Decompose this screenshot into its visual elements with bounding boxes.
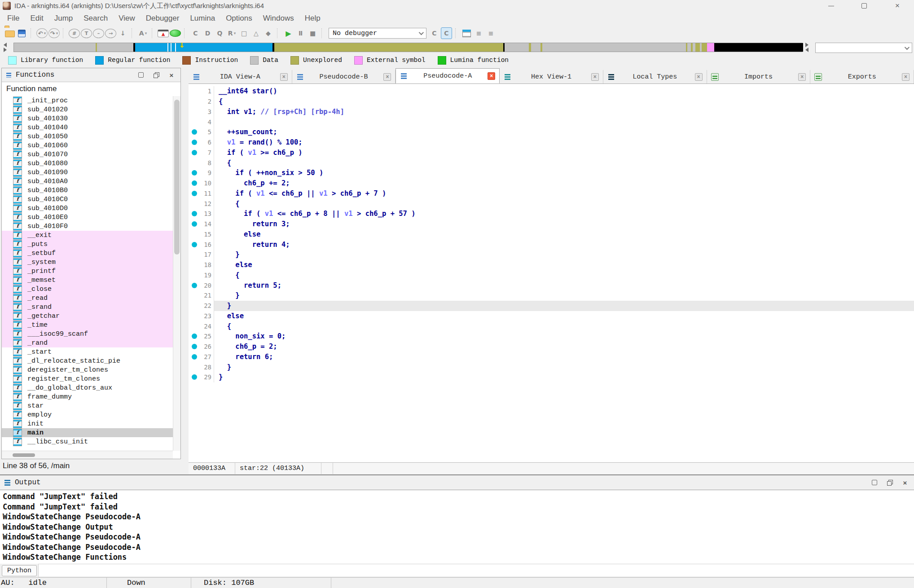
function-row[interactable]: fsub_4010D0 — [2, 204, 173, 213]
breakpoint-icon[interactable] — [192, 333, 197, 339]
code-line[interactable]: 8 { — [189, 158, 914, 168]
code-line[interactable]: 18 else — [189, 260, 914, 270]
menu-options[interactable]: Options — [220, 14, 258, 23]
compile-q-icon[interactable]: Q — [214, 27, 225, 39]
close-panel-button[interactable]: × — [901, 479, 909, 486]
functions-vertical-scrollbar[interactable] — [173, 96, 180, 451]
jump-down-icon[interactable]: ↓ — [117, 27, 128, 39]
tab-ida-view-a[interactable]: IDA View-A× — [189, 70, 292, 83]
function-row[interactable]: f_getchar — [2, 312, 173, 320]
panel-menu-icon[interactable] — [461, 27, 472, 39]
breakpoint-icon[interactable] — [192, 191, 197, 196]
code-line[interactable]: 10 ch6_p += 2; — [189, 178, 914, 189]
code-line[interactable]: 22 } — [189, 301, 914, 311]
menu-help[interactable]: Help — [299, 14, 326, 23]
function-row[interactable]: fsub_401080 — [2, 159, 173, 168]
code-line[interactable]: 13 if ( v1 <= ch6_p + 8 || v1 > ch6_p + … — [189, 209, 914, 219]
function-row[interactable]: f_start — [2, 347, 173, 356]
function-row[interactable]: fsub_401020 — [2, 105, 173, 114]
scrollbar-thumb[interactable] — [174, 100, 180, 255]
function-row[interactable]: fderegister_tm_clones — [2, 365, 173, 374]
code-line[interactable]: 17 } — [189, 250, 914, 260]
close-panel-button[interactable]: × — [168, 71, 175, 79]
tab-close-icon[interactable]: × — [280, 73, 288, 81]
code-line[interactable]: 11 if ( v1 <= ch6_p || v1 > ch6_p + 7 ) — [189, 189, 914, 199]
nav-band[interactable]: ↓ — [13, 43, 803, 52]
function-row[interactable]: fsub_401090 — [2, 168, 173, 177]
tab-close-icon[interactable]: × — [383, 73, 391, 81]
menu-debugger[interactable]: Debugger — [141, 14, 185, 23]
code-line[interactable]: 2{ — [189, 97, 914, 107]
tab-close-icon[interactable]: × — [591, 73, 599, 81]
tab-pseudocode-b[interactable]: Pseudocode-B× — [292, 70, 396, 83]
tab-pseudocode-a[interactable]: Pseudocode-A× — [395, 68, 500, 83]
function-row[interactable]: fsub_401040 — [2, 123, 173, 132]
menu-file[interactable]: File — [2, 14, 25, 23]
struct-dash-icon[interactable]: – — [93, 29, 104, 38]
menu-jump[interactable]: Jump — [49, 14, 79, 23]
function-row[interactable]: fsub_401060 — [2, 141, 173, 150]
breakpoint-icon[interactable] — [192, 283, 197, 288]
tab-exports[interactable]: Exports× — [810, 70, 914, 83]
debug-stop-icon[interactable]: ■ — [307, 27, 318, 39]
maximize-panel-button[interactable] — [871, 479, 878, 486]
view-c-source-icon[interactable]: C — [441, 27, 452, 39]
debugger-select[interactable]: No debugger — [329, 28, 426, 39]
struct-hash-icon[interactable]: # — [69, 29, 80, 38]
code-line[interactable]: 1__int64 star() — [189, 86, 914, 97]
function-row[interactable]: fstar — [2, 401, 173, 410]
function-row[interactable]: fsub_401070 — [2, 150, 173, 159]
code-line[interactable]: 28 } — [189, 362, 914, 372]
function-row[interactable]: f__libc_csu_init — [2, 437, 173, 446]
list-view-2-icon[interactable]: ≡ — [485, 27, 497, 39]
python-command-input[interactable] — [38, 564, 914, 577]
breakpoint-icon[interactable] — [192, 344, 197, 349]
function-row[interactable]: f_printf — [2, 267, 173, 276]
compile-d-icon[interactable]: D — [202, 27, 213, 39]
debug-pause-icon[interactable]: Ⅱ — [295, 27, 306, 39]
restore-panel-button[interactable] — [153, 71, 160, 79]
function-row[interactable]: fsub_4010E0 — [2, 213, 173, 222]
breakpoint-icon[interactable] — [192, 374, 197, 380]
breakpoint-icon[interactable] — [192, 150, 197, 155]
code-line[interactable]: 14 return 3; — [189, 219, 914, 229]
code-line[interactable]: 4 — [189, 117, 914, 127]
code-line[interactable]: 27 return 6; — [189, 352, 914, 362]
menu-lumina[interactable]: Lumina — [185, 14, 220, 23]
code-line[interactable]: 5 ++sum_count; — [189, 127, 914, 137]
function-row[interactable]: f_setbuf — [2, 249, 173, 258]
restore-panel-button[interactable] — [886, 479, 893, 486]
function-row[interactable]: f_rand — [2, 338, 173, 347]
menu-search[interactable]: Search — [78, 14, 113, 23]
function-row[interactable]: fsub_4010A0 — [2, 177, 173, 186]
nav-scroll-right[interactable] — [805, 43, 810, 52]
function-name-column-header[interactable]: Function name — [2, 82, 180, 96]
function-row[interactable]: fsub_401030 — [2, 114, 173, 123]
code-area[interactable]: 1__int64 star()2{3 int v1; // [rsp+Ch] [… — [189, 84, 914, 462]
scrollbar-thumb[interactable] — [13, 453, 35, 457]
breakpoint-icon[interactable] — [192, 180, 197, 186]
maximize-button[interactable] — [859, 2, 869, 10]
function-row[interactable]: f_time — [2, 320, 173, 329]
close-button[interactable]: × — [892, 2, 902, 10]
code-line[interactable]: 16 return 4; — [189, 239, 914, 250]
tab-hex-view-1[interactable]: Hex View-1× — [500, 70, 603, 83]
function-row[interactable]: f_dl_relocate_static_pie — [2, 356, 173, 365]
breakpoint-icon[interactable] — [192, 170, 197, 176]
breakpoint-icon[interactable] — [192, 129, 197, 135]
list-view-1-icon[interactable]: ≡ — [473, 27, 484, 39]
function-row[interactable]: f_puts — [2, 240, 173, 249]
menu-windows[interactable]: Windows — [258, 14, 299, 23]
function-row[interactable]: fmain — [2, 428, 173, 437]
code-line[interactable]: 26 ch6_p = 2; — [189, 342, 914, 352]
function-row[interactable]: f_system — [2, 258, 173, 267]
function-row[interactable]: fsub_4010C0 — [2, 195, 173, 204]
tab-close-icon[interactable]: × — [798, 73, 806, 81]
minimize-button[interactable] — [826, 2, 836, 10]
code-line[interactable]: 29} — [189, 372, 914, 382]
function-row[interactable]: f___isoc99_scanf — [2, 329, 173, 338]
code-line[interactable]: 6 v1 = rand() % 100; — [189, 137, 914, 148]
save-icon[interactable] — [16, 27, 27, 39]
function-row[interactable]: finit — [2, 419, 173, 428]
open-file-icon[interactable] — [4, 27, 15, 39]
